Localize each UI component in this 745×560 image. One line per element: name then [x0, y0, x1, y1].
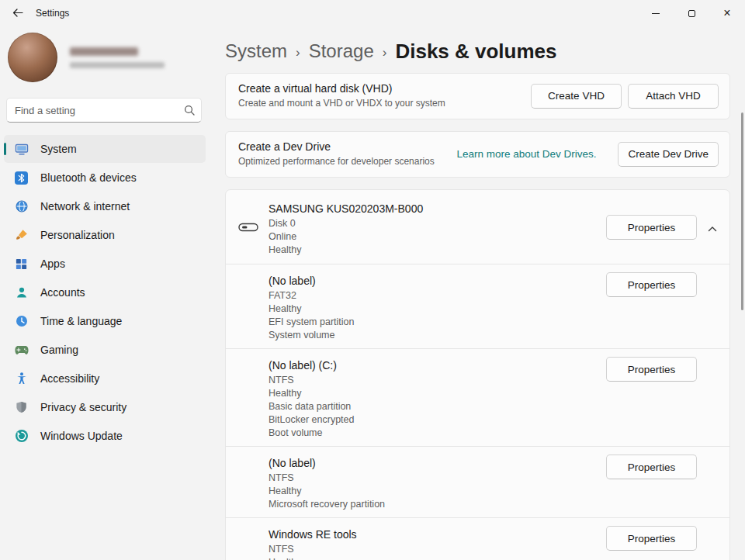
volume-role: System volume: [269, 329, 729, 342]
breadcrumb-system[interactable]: System: [225, 40, 287, 62]
collapse-button[interactable]: [705, 220, 720, 237]
volume-role: Boot volume: [269, 427, 729, 440]
back-arrow-icon: [12, 8, 23, 19]
dev-drive-card-subtitle: Optimized performance for developer scen…: [238, 156, 456, 168]
volume-health: Healthy: [269, 485, 729, 498]
minimize-icon: [652, 13, 660, 14]
sidebar-item-apps[interactable]: Apps: [4, 250, 206, 278]
disk-drive-icon: [238, 222, 258, 236]
dev-drive-card: Create a Dev Drive Optimized performance…: [225, 131, 730, 178]
dev-drive-learn-more-link[interactable]: Learn more about Dev Drives.: [456, 148, 596, 160]
vhd-card-subtitle: Create and mount a VHD or VHDX to your s…: [238, 98, 531, 109]
sidebar-item-accounts[interactable]: Accounts: [4, 278, 206, 306]
person-icon: [14, 285, 29, 299]
maximize-icon: [688, 10, 695, 17]
globe-icon: [14, 199, 29, 213]
volume-properties-button[interactable]: Properties: [606, 357, 697, 382]
back-button[interactable]: [0, 0, 36, 26]
disk-health: Healthy: [269, 244, 729, 257]
sidebar-item-label: System: [40, 143, 77, 155]
sidebar-item-label: Bluetooth & devices: [40, 171, 137, 184]
volume-details: FAT32 Healthy EFI system partition Syste…: [269, 289, 729, 342]
dev-drive-card-title: Create a Dev Drive: [238, 140, 456, 153]
volume-row-efi: (No label) FAT32 Healthy EFI system part…: [226, 264, 729, 348]
user-profile[interactable]: [0, 28, 210, 87]
gamepad-icon: [14, 345, 29, 355]
volume-encryption: BitLocker encrypted: [269, 413, 729, 427]
dev-drive-card-text: Create a Dev Drive Optimized performance…: [238, 140, 456, 168]
apps-grid-icon: [14, 258, 29, 271]
sidebar-item-windows-update[interactable]: Windows Update: [4, 422, 206, 450]
volume-health: Healthy: [269, 387, 729, 400]
sidebar-item-label: Accounts: [40, 286, 85, 299]
sidebar-nav: System Bluetooth & devices Network & int…: [0, 135, 210, 450]
sidebar-item-label: Time & language: [40, 315, 122, 327]
sidebar-item-label: Personalization: [40, 229, 115, 241]
search-input[interactable]: [6, 98, 202, 123]
minimize-button[interactable]: [638, 0, 674, 26]
window-controls: ×: [638, 0, 745, 26]
user-info-redacted: [70, 47, 165, 68]
accessibility-person-icon: [14, 372, 29, 385]
paintbrush-icon: [14, 228, 29, 242]
shield-icon: [14, 400, 29, 414]
volume-properties-button[interactable]: Properties: [606, 455, 697, 479]
volume-partition-type: Basic data partition: [269, 400, 729, 413]
sidebar-item-label: Network & internet: [40, 200, 130, 213]
volume-partition-type: EFI system partition: [269, 316, 729, 329]
user-name-redacted: [70, 47, 138, 56]
chevron-up-icon: [708, 223, 717, 234]
maximize-button[interactable]: [674, 0, 709, 26]
disk-group: SAMSUNG KUS020203M-B000 Disk 0 Online He…: [225, 189, 730, 560]
sidebar-item-label: Windows Update: [40, 430, 123, 442]
sidebar-item-network-internet[interactable]: Network & internet: [4, 192, 206, 220]
user-email-redacted: [70, 62, 165, 68]
volume-row-recovery: (No label) NTFS Healthy Microsoft recove…: [226, 446, 729, 517]
sidebar-item-accessibility[interactable]: Accessibility: [4, 365, 206, 392]
vhd-card-text: Create a virtual hard disk (VHD) Create …: [238, 82, 531, 109]
bluetooth-icon: [14, 171, 29, 185]
sidebar-item-system[interactable]: System: [4, 135, 206, 163]
titlebar: Settings ×: [0, 0, 745, 26]
clock-icon: [14, 314, 29, 328]
avatar: [8, 33, 57, 82]
monitor-icon: [14, 142, 29, 156]
search-box: [6, 98, 202, 123]
close-icon: ×: [723, 7, 730, 19]
breadcrumb-storage[interactable]: Storage: [309, 40, 374, 62]
main-content: System › Storage › Disks & volumes Creat…: [210, 26, 745, 560]
vertical-scrollbar[interactable]: [741, 112, 743, 310]
volume-health: Healthy: [269, 302, 729, 316]
volume-details: NTFS Healthy Basic data partition BitLoc…: [269, 374, 729, 440]
create-vhd-button[interactable]: Create VHD: [531, 84, 622, 109]
page-title: Disks & volumes: [395, 40, 556, 64]
volume-row-c-drive: (No label) (C:) NTFS Healthy Basic data …: [226, 348, 729, 446]
vhd-card: Create a virtual hard disk (VHD) Create …: [225, 73, 730, 119]
vhd-card-actions: Create VHD Attach VHD: [531, 84, 719, 109]
disk-title: SAMSUNG KUS020203M-B000: [269, 202, 729, 215]
dev-drive-card-actions: Learn more about Dev Drives. Create Dev …: [456, 142, 719, 167]
close-button[interactable]: ×: [709, 0, 745, 26]
attach-vhd-button[interactable]: Attach VHD: [628, 84, 719, 109]
chevron-right-icon: ›: [383, 43, 387, 60]
breadcrumb: System › Storage › Disks & volumes: [225, 36, 730, 67]
window-title: Settings: [36, 8, 69, 19]
sidebar-item-label: Gaming: [40, 344, 78, 356]
sidebar-item-bluetooth-devices[interactable]: Bluetooth & devices: [4, 164, 206, 192]
sidebar-item-privacy-security[interactable]: Privacy & security: [4, 393, 206, 421]
volume-properties-button[interactable]: Properties: [606, 526, 697, 551]
sidebar-item-time-language[interactable]: Time & language: [4, 307, 206, 335]
sidebar: System Bluetooth & devices Network & int…: [0, 26, 210, 560]
volume-health: Healthy: [269, 556, 729, 560]
sidebar-item-personalization[interactable]: Personalization: [4, 221, 206, 249]
sidebar-item-label: Accessibility: [40, 372, 99, 385]
sidebar-item-gaming[interactable]: Gaming: [4, 336, 206, 364]
volume-properties-button[interactable]: Properties: [606, 272, 697, 297]
volume-row-windows-re: Windows RE tools NTFS Healthy Properties: [226, 517, 729, 560]
sidebar-item-label: Privacy & security: [40, 401, 126, 413]
disk-properties-button[interactable]: Properties: [606, 215, 697, 240]
volume-partition-type: Microsoft recovery partition: [269, 498, 729, 511]
chevron-right-icon: ›: [296, 43, 300, 60]
disk-header-row: SAMSUNG KUS020203M-B000 Disk 0 Online He…: [226, 190, 729, 264]
create-dev-drive-button[interactable]: Create Dev Drive: [618, 142, 719, 167]
